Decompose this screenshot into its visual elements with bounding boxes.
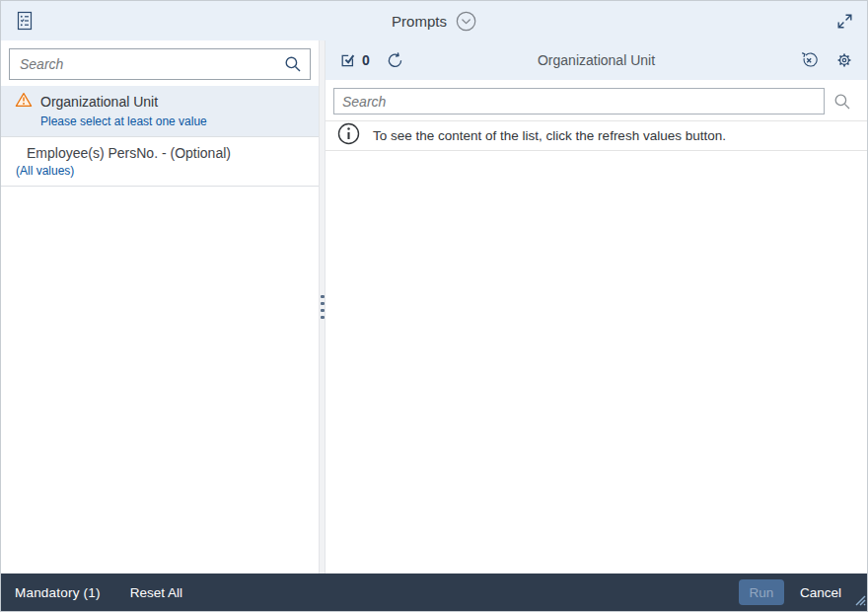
- expand-icon[interactable]: [836, 13, 853, 30]
- value-panel-header: 0 Organizational Unit: [326, 40, 867, 80]
- prompts-list-icon[interactable]: [15, 10, 35, 32]
- value-list-empty-area: [326, 151, 867, 574]
- cancel-button[interactable]: Cancel: [800, 585, 841, 600]
- value-search-row: [326, 80, 867, 120]
- prompt-item-note: (All values): [16, 164, 309, 178]
- info-message-row: To see the content of the list, click th…: [326, 120, 867, 151]
- chevron-down-circle-icon[interactable]: [456, 11, 476, 32]
- prompts-dialog: Prompts: [0, 0, 868, 612]
- prompt-list-panel: Organizational Unit Please select at lea…: [1, 40, 319, 574]
- resize-grip-icon[interactable]: [853, 592, 866, 610]
- prompt-item-label: Employee(s) PersNo. - (Optional): [27, 145, 231, 161]
- prompt-search-field: [9, 48, 311, 80]
- info-circle-icon: [337, 122, 360, 149]
- prompt-item-note: Please select at least one value: [40, 115, 309, 128]
- reset-values-icon[interactable]: [800, 51, 818, 69]
- search-icon[interactable]: [284, 55, 302, 73]
- prompt-item-label: Organizational Unit: [40, 94, 158, 110]
- multiselect-icon[interactable]: [339, 52, 356, 69]
- panel-splitter[interactable]: [319, 40, 326, 574]
- prompt-item-employees-persno[interactable]: Employee(s) PersNo. - (Optional) (All va…: [1, 137, 319, 187]
- selected-count: 0: [362, 52, 370, 68]
- reset-all-button[interactable]: Reset All: [130, 585, 182, 600]
- warning-triangle-icon: [15, 92, 33, 112]
- dialog-title-group: Prompts: [392, 11, 476, 32]
- value-search-input[interactable]: [342, 94, 816, 110]
- value-search-field: [333, 88, 825, 115]
- mandatory-count-label: Mandatory (1): [15, 585, 101, 600]
- info-message: To see the content of the list, click th…: [373, 128, 726, 143]
- main-area: Organizational Unit Please select at lea…: [1, 40, 867, 574]
- gear-icon[interactable]: [835, 51, 853, 69]
- topbar: Prompts: [1, 1, 867, 40]
- search-icon[interactable]: [833, 93, 851, 111]
- value-panel-title: Organizational Unit: [538, 52, 655, 68]
- prompt-item-organizational-unit[interactable]: Organizational Unit Please select at lea…: [1, 86, 319, 137]
- prompt-search-input[interactable]: [20, 56, 284, 72]
- value-selection-panel: 0 Organizational Unit: [326, 40, 867, 574]
- run-button[interactable]: Run: [739, 579, 784, 605]
- refresh-icon[interactable]: [386, 51, 404, 70]
- footer-bar: Mandatory (1) Reset All Run Cancel: [1, 574, 867, 611]
- dialog-title: Prompts: [392, 13, 447, 30]
- prompt-list: Organizational Unit Please select at lea…: [1, 86, 319, 574]
